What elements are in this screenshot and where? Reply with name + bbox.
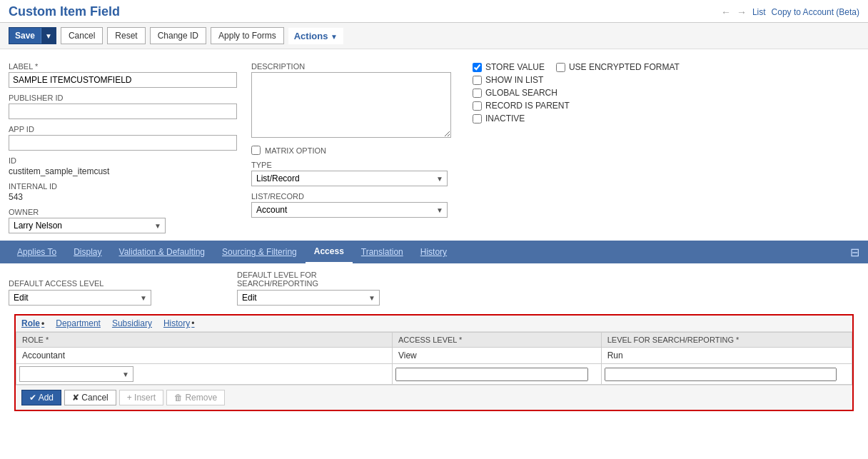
inactive-checkbox[interactable]	[473, 114, 482, 123]
tab-access[interactable]: Access	[306, 241, 353, 263]
access-level-input[interactable]	[395, 368, 588, 381]
search-level-input[interactable]	[605, 368, 837, 381]
access-section: DEFAULT ACCESS LEVEL Edit ▼ DEFAULT LEVE…	[0, 263, 868, 424]
store-value-label: STORE VALUE	[485, 62, 545, 72]
show-in-list-label: SHOW IN LIST	[485, 75, 543, 85]
table-header-row: ROLE * ACCESS LEVEL * LEVEL FOR SEARCH/R…	[16, 333, 852, 348]
matrix-option-checkbox[interactable]	[251, 146, 261, 155]
default-access-label: DEFAULT ACCESS LEVEL	[9, 279, 166, 288]
type-label: TYPE	[251, 161, 458, 169]
global-search-checkbox[interactable]	[473, 89, 482, 98]
internal-id-value: 543	[9, 192, 237, 202]
app-id-input[interactable]	[9, 135, 237, 151]
header-nav: ← → List Copy to Account (Beta)	[721, 6, 859, 18]
access-cell: View	[392, 348, 601, 364]
subtab-department[interactable]: Department	[56, 318, 101, 328]
list-record-label: LIST/RECORD	[251, 192, 458, 201]
grid-icon[interactable]: ⊟	[850, 246, 859, 258]
form-left: LABEL * PUBLISHER ID APP ID ID custitem_…	[9, 56, 237, 233]
internal-id-label: INTERNAL ID	[9, 182, 237, 191]
role-input-cell: ▼	[16, 364, 393, 385]
role-input-select-wrapper: ▼	[19, 366, 133, 382]
type-select[interactable]: List/Record	[251, 171, 448, 186]
owner-select[interactable]: Larry Nelson	[9, 218, 166, 233]
id-label: ID	[9, 156, 237, 165]
default-search-select[interactable]: Edit	[237, 290, 380, 306]
owner-label: OWNER	[9, 208, 237, 216]
default-search-field: DEFAULT LEVEL FOR SEARCH/REPORTING Edit …	[237, 271, 394, 306]
label-input[interactable]	[9, 72, 237, 88]
forward-arrow[interactable]: →	[737, 6, 747, 18]
default-access-select-wrapper: Edit ▼	[9, 290, 151, 306]
apply-to-forms-button[interactable]: Apply to Forms	[211, 27, 284, 44]
subtab-subsidiary[interactable]: Subsidiary	[112, 318, 152, 328]
use-encrypted-checkbox[interactable]	[556, 63, 565, 72]
action-buttons: ✔ Add ✘ Cancel + Insert 🗑 Remove	[16, 385, 852, 410]
remove-button[interactable]: 🗑 Remove	[166, 390, 225, 405]
tab-translation[interactable]: Translation	[353, 241, 412, 263]
table-row: Accountant View Run	[16, 348, 852, 364]
insert-button[interactable]: + Insert	[119, 390, 163, 405]
tab-display[interactable]: Display	[65, 241, 110, 263]
access-row: DEFAULT ACCESS LEVEL Edit ▼ DEFAULT LEVE…	[9, 271, 859, 306]
tab-history[interactable]: History	[412, 241, 455, 263]
save-split: Save ▼	[9, 27, 56, 44]
tabs-nav-right: ⊟	[850, 246, 859, 259]
store-value-row: STORE VALUE	[473, 62, 545, 72]
change-id-button[interactable]: Change ID	[150, 27, 206, 44]
store-value-checkbox[interactable]	[473, 63, 482, 72]
default-access-field: DEFAULT ACCESS LEVEL Edit ▼	[9, 279, 166, 306]
tab-applies-to[interactable]: Applies To	[9, 241, 65, 263]
col-header-access: ACCESS LEVEL *	[392, 333, 601, 348]
owner-select-wrapper: Larry Nelson ▼	[9, 218, 166, 233]
save-dropdown-button[interactable]: ▼	[41, 28, 56, 44]
app-id-label: APP ID	[9, 125, 237, 133]
toolbar: Save ▼ Cancel Reset Change ID Apply to F…	[0, 23, 868, 49]
cancel-button[interactable]: Cancel	[61, 27, 103, 44]
default-access-select[interactable]: Edit	[9, 290, 151, 306]
use-encrypted-label: USE ENCRYPTED FORMAT	[569, 62, 680, 72]
publisher-id-label: PUBLISHER ID	[9, 94, 237, 102]
default-search-select-wrapper: Edit ▼	[237, 290, 380, 306]
input-row: ▼	[16, 364, 852, 385]
add-button[interactable]: ✔ Add	[21, 390, 61, 405]
role-table: ROLE * ACCESS LEVEL * LEVEL FOR SEARCH/R…	[16, 332, 852, 385]
global-search-row: GLOBAL SEARCH	[473, 88, 859, 98]
role-input-select[interactable]	[19, 366, 133, 382]
search-input-cell	[601, 364, 852, 385]
list-record-select[interactable]: Account	[251, 202, 448, 218]
cancel-row-button[interactable]: ✘ Cancel	[64, 390, 116, 405]
actions-button[interactable]: Actions ▼	[288, 28, 343, 44]
back-arrow[interactable]: ←	[721, 6, 731, 18]
col-header-search: LEVEL FOR SEARCH/REPORTING *	[601, 333, 852, 348]
record-is-parent-row: RECORD IS PARENT	[473, 101, 859, 111]
subtab-role[interactable]: Role	[21, 318, 44, 328]
role-cell: Accountant	[16, 348, 393, 364]
publisher-id-input[interactable]	[9, 104, 237, 119]
inactive-label: INACTIVE	[485, 114, 525, 123]
page-title: Custom Item Field	[9, 4, 120, 19]
form-area: LABEL * PUBLISHER ID APP ID ID custitem_…	[0, 49, 868, 241]
tab-validation[interactable]: Validation & Defaulting	[111, 241, 214, 263]
form-right: STORE VALUE USE ENCRYPTED FORMAT SHOW IN…	[473, 56, 859, 233]
form-middle: DESCRIPTION MATRIX OPTION TYPE List/Reco…	[251, 56, 458, 233]
show-in-list-checkbox[interactable]	[473, 76, 482, 85]
record-is-parent-label: RECORD IS PARENT	[485, 101, 570, 111]
record-is-parent-checkbox[interactable]	[473, 101, 482, 111]
list-link[interactable]: List	[752, 7, 766, 17]
subtabs-nav: Role Department Subsidiary History	[16, 316, 852, 332]
inactive-row: INACTIVE	[473, 114, 859, 123]
copy-link[interactable]: Copy to Account (Beta)	[772, 7, 859, 17]
save-button[interactable]: Save	[9, 28, 41, 44]
show-in-list-row: SHOW IN LIST	[473, 75, 859, 85]
tab-sourcing[interactable]: Sourcing & Filtering	[213, 241, 306, 263]
default-search-label: DEFAULT LEVEL FOR SEARCH/REPORTING	[237, 271, 394, 288]
use-encrypted-row: USE ENCRYPTED FORMAT	[556, 62, 680, 72]
reset-button[interactable]: Reset	[107, 27, 145, 44]
subtab-history[interactable]: History	[163, 318, 195, 328]
matrix-row: MATRIX OPTION	[251, 146, 458, 155]
global-search-label: GLOBAL SEARCH	[485, 88, 557, 98]
type-select-wrapper: List/Record ▼	[251, 171, 448, 186]
description-input[interactable]	[251, 72, 451, 138]
subtabs-wrapper: Role Department Subsidiary History ROLE …	[14, 314, 854, 411]
